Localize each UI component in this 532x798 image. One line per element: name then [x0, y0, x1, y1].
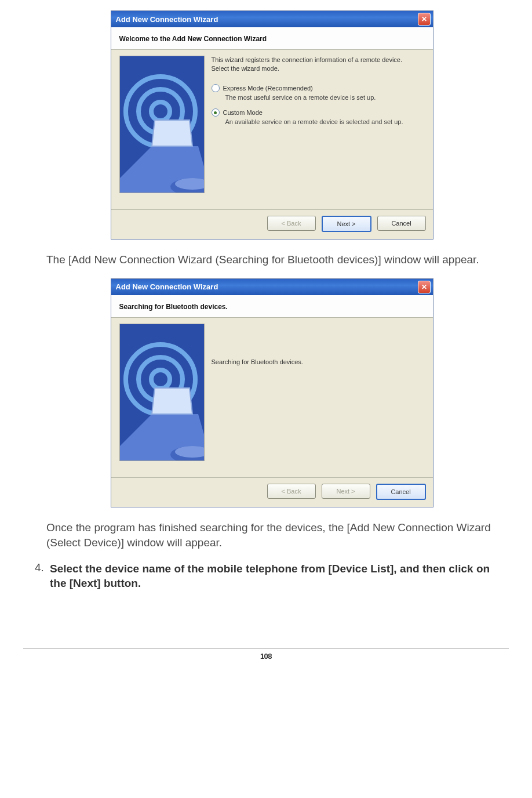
wizard-welcome: Add New Connection Wizard ✕ Welcome to t…	[111, 10, 433, 240]
next-button: Next >	[322, 484, 370, 499]
radio-custom[interactable]	[212, 108, 220, 117]
back-button: < Back	[267, 216, 316, 231]
banner-title: Welcome to the Add New Connection Wizard	[119, 35, 267, 43]
paragraph-2: Once the program has finished searching …	[46, 520, 509, 551]
intro-text: This wizard registers the connection inf…	[212, 56, 425, 74]
radio-custom-label: Custom Mode	[223, 109, 263, 116]
searching-message: Searching for Bluetooth devices.	[212, 358, 425, 365]
cancel-button[interactable]: Cancel	[377, 216, 426, 231]
side-graphic	[119, 56, 205, 193]
window-title: Add New Connection Wizard	[116, 282, 218, 291]
footer-rule	[23, 648, 509, 648]
window-title: Add New Connection Wizard	[116, 15, 218, 24]
titlebar: Add New Connection Wizard ✕	[111, 11, 433, 27]
paragraph-1: The [Add New Connection Wizard (Searchin…	[46, 252, 509, 268]
back-button: < Back	[267, 484, 316, 499]
wizard-banner: Welcome to the Add New Connection Wizard	[111, 27, 433, 50]
cancel-button[interactable]: Cancel	[376, 484, 426, 500]
titlebar: Add New Connection Wizard ✕	[111, 279, 433, 295]
step-number: 4.	[35, 561, 50, 591]
radio-express[interactable]	[212, 84, 220, 92]
step-instruction: Select the device name of the mobile tel…	[50, 561, 509, 591]
banner-title: Searching for Bluetooth devices.	[119, 303, 228, 311]
radio-express-desc: The most useful service on a remote devi…	[225, 93, 425, 101]
page-number: 108	[0, 652, 532, 661]
wizard-banner: Searching for Bluetooth devices.	[111, 295, 433, 318]
radio-custom-desc: An available service on a remote device …	[225, 118, 425, 126]
close-icon[interactable]: ✕	[418, 281, 431, 293]
side-graphic	[119, 324, 205, 461]
next-button[interactable]: Next >	[322, 216, 371, 232]
wizard-searching: Add New Connection Wizard ✕ Searching fo…	[111, 278, 433, 507]
radio-express-label: Express Mode (Recommended)	[223, 85, 313, 92]
close-icon[interactable]: ✕	[418, 13, 431, 26]
